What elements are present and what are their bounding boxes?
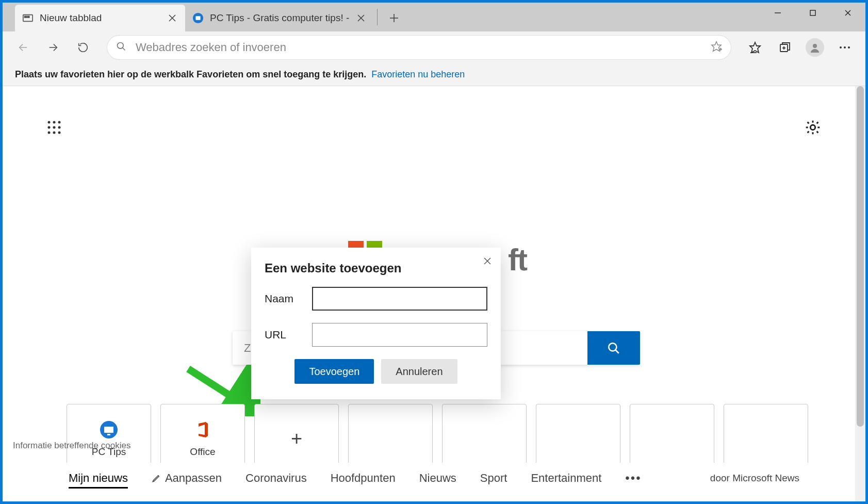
add-website-dialog: Een website toevoegen Naam URL Toevoegen… [251, 248, 501, 399]
tabs: Nieuw tabblad PC Tips - Gratis computer … [3, 3, 407, 31]
svg-point-40 [810, 125, 815, 129]
app-launcher-icon[interactable] [47, 120, 61, 135]
svg-marker-22 [750, 42, 760, 53]
news-attribution: door Microsoft News [710, 473, 799, 484]
svg-rect-6 [195, 16, 200, 20]
url-label: URL [265, 329, 303, 341]
add-button[interactable]: Toevoegen [294, 359, 374, 384]
news-bar: Mijn nieuws Aanpassen Coronavirus Hoofdp… [3, 463, 865, 501]
search-icon [116, 41, 126, 54]
maximize-button[interactable] [795, 3, 830, 23]
svg-point-32 [53, 121, 56, 124]
address-placeholder: Webadres zoeken of invoeren [136, 41, 711, 54]
svg-point-36 [58, 126, 61, 129]
name-input[interactable] [312, 287, 487, 311]
news-tab-sport[interactable]: Sport [480, 472, 507, 485]
content-area: ft Zo PC Tips Office + Informatie betref… [3, 86, 865, 501]
svg-point-34 [48, 126, 51, 129]
toolbar: Webadres zoeken of invoeren [3, 31, 865, 63]
news-tab-hoofdpunten[interactable]: Hoofdpunten [331, 472, 396, 485]
svg-rect-1 [25, 16, 27, 18]
scrollbar[interactable] [855, 86, 865, 501]
cancel-button[interactable]: Annuleren [381, 359, 457, 384]
tab-title: Nieuw tabblad [40, 12, 160, 24]
svg-point-39 [58, 132, 61, 134]
svg-rect-46 [107, 434, 110, 435]
new-tab-button[interactable] [381, 5, 407, 31]
svg-point-28 [840, 46, 842, 48]
svg-point-38 [53, 132, 56, 134]
close-window-button[interactable] [830, 3, 865, 23]
svg-point-33 [58, 121, 61, 124]
dialog-title: Een website toevoegen [265, 261, 487, 275]
office-icon [193, 420, 212, 439]
news-tab-nieuws[interactable]: Nieuws [419, 472, 456, 485]
svg-point-27 [813, 44, 817, 48]
titlebar: Nieuw tabblad PC Tips - Gratis computer … [3, 3, 865, 31]
news-tab-aanpassen[interactable]: Aanpassen [152, 472, 222, 485]
svg-line-42 [615, 350, 619, 353]
news-tab-mijn-nieuws[interactable]: Mijn nieuws [69, 472, 128, 485]
tab-pctips[interactable]: PC Tips - Gratis computer tips! - [185, 5, 374, 31]
collections-button[interactable] [774, 36, 796, 59]
manage-favorites-link[interactable]: Favorieten nu beheren [371, 69, 465, 80]
news-tab-entertainment[interactable]: Entertainment [531, 472, 601, 485]
news-more-button[interactable]: ••• [625, 471, 641, 485]
tab-title: PC Tips - Gratis computer tips! - [210, 12, 349, 24]
menu-button[interactable] [833, 36, 856, 59]
svg-point-35 [53, 126, 56, 129]
newtab-icon [22, 12, 34, 24]
favorites-bar: Plaats uw favorieten hier op de werkbalk… [3, 63, 865, 86]
page-settings-icon[interactable] [805, 119, 821, 136]
forward-button[interactable] [42, 36, 64, 59]
cookies-info-link[interactable]: Informatie betreffende cookies [13, 441, 130, 451]
svg-rect-45 [104, 427, 113, 433]
back-button[interactable] [12, 36, 35, 59]
search-button[interactable] [587, 331, 640, 365]
dialog-close-button[interactable] [481, 255, 494, 267]
svg-point-41 [609, 343, 616, 351]
svg-point-29 [844, 46, 846, 48]
svg-point-31 [48, 121, 51, 124]
logo-text-fragment: ft [508, 242, 527, 278]
svg-point-17 [118, 43, 124, 49]
svg-rect-12 [810, 10, 815, 15]
pctips-icon [100, 420, 118, 439]
name-label: Naam [265, 292, 303, 305]
svg-rect-2 [27, 16, 29, 18]
svg-line-18 [123, 48, 125, 51]
tab-separator [377, 9, 378, 25]
favorites-button[interactable] [744, 36, 766, 59]
scrollbar-thumb[interactable] [857, 86, 864, 427]
profile-button[interactable] [804, 36, 826, 59]
tab-close-button[interactable] [355, 12, 367, 24]
news-tab-coronavirus[interactable]: Coronavirus [245, 472, 307, 485]
star-add-icon[interactable] [711, 41, 722, 54]
window-controls [760, 3, 865, 23]
address-bar[interactable]: Webadres zoeken of invoeren [107, 35, 731, 60]
avatar-icon [806, 38, 824, 57]
site-icon [192, 12, 204, 24]
url-input[interactable] [312, 323, 487, 347]
tab-close-button[interactable] [167, 12, 178, 24]
svg-point-37 [48, 132, 51, 134]
plus-icon: + [291, 428, 302, 450]
tile-label: Office [190, 446, 215, 458]
refresh-button[interactable] [72, 36, 94, 59]
minimize-button[interactable] [760, 3, 795, 23]
pencil-icon [152, 474, 161, 483]
favorites-hint: Plaats uw favorieten hier op de werkbalk… [15, 69, 366, 80]
tab-new[interactable]: Nieuw tabblad [15, 5, 185, 31]
svg-line-43 [188, 369, 240, 402]
svg-point-30 [848, 46, 850, 48]
